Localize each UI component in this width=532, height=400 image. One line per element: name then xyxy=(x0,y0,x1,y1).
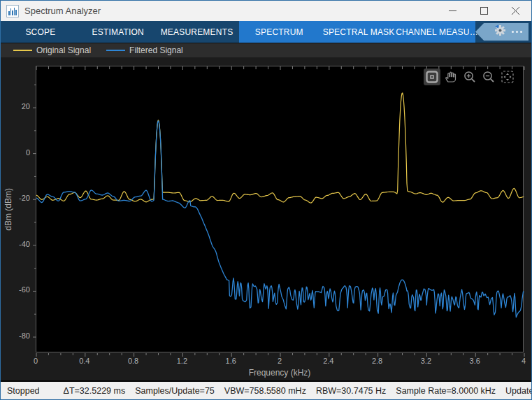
window-title: Spectrum Analyzer xyxy=(24,6,101,16)
filtered-signal-line-swatch xyxy=(106,50,125,51)
legend-label: Filtered Signal xyxy=(129,45,183,55)
samples-per-update-readout: Samples/Update=75 xyxy=(135,386,215,396)
maximize-button[interactable] xyxy=(468,1,500,21)
x-tick-label: 2 xyxy=(268,357,292,365)
tab-spectral-mask[interactable]: SPECTRAL MASK xyxy=(319,21,398,43)
title-bar: Spectrum Analyzer xyxy=(1,1,531,21)
legend-label: Original Signal xyxy=(36,45,91,55)
run-state-label: Stopped xyxy=(7,386,40,396)
x-tick-label: 3.6 xyxy=(463,357,487,365)
maximize-axes-button[interactable] xyxy=(424,69,440,85)
autoscale-fit-button[interactable] xyxy=(499,69,516,85)
x-tick-label: 2.4 xyxy=(317,357,340,365)
x-tick-label: 4 xyxy=(512,357,532,365)
tab-measurements[interactable]: MEASUREMENTS xyxy=(156,21,238,43)
y-tick-label: -60 xyxy=(6,285,30,294)
x-axis-title: Frequency (kHz) xyxy=(36,368,524,378)
y-tick-label: -40 xyxy=(6,240,30,248)
y-tick-label: 0 xyxy=(6,148,30,157)
tab-estimation[interactable]: ESTIMATION xyxy=(80,21,156,43)
delta-t-readout: ΔT=32.5229 ms xyxy=(64,386,126,396)
close-button[interactable] xyxy=(500,1,531,21)
settings-gear-icon[interactable] xyxy=(494,24,506,39)
x-tick-label: 1.6 xyxy=(219,357,243,365)
x-tick-label: 0 xyxy=(24,357,48,365)
plot-toolbar xyxy=(424,69,516,85)
original-signal-line-swatch xyxy=(13,50,32,51)
y-tick-label: 20 xyxy=(6,102,30,110)
more-options-icon[interactable] xyxy=(512,31,522,33)
tab-scope[interactable]: SCOPE xyxy=(1,21,80,43)
x-tick-label: 0.8 xyxy=(122,357,145,365)
y-tick-label: -20 xyxy=(6,194,30,202)
original-signal-trace xyxy=(36,93,524,203)
status-bar: Stopped ΔT=32.5229 ms Samples/Update=75 … xyxy=(1,380,531,399)
tab-channel-measurements[interactable]: CHANNEL MEASU… xyxy=(398,21,475,43)
y-tick-label: -80 xyxy=(6,331,30,340)
x-tick-label: 3.2 xyxy=(414,357,438,365)
toolstrip: SCOPE ESTIMATION MEASUREMENTS SPECTRUM S… xyxy=(1,21,531,43)
pan-button[interactable] xyxy=(443,69,459,85)
vbw-readout: VBW=758.5580 mHz xyxy=(224,386,306,396)
x-tick-label: 0.4 xyxy=(73,357,96,365)
tab-spectrum[interactable]: SPECTRUM xyxy=(239,21,319,43)
legend-bar: Original Signal Filtered Signal xyxy=(1,43,531,57)
legend-item-original[interactable]: Original Signal xyxy=(13,45,91,55)
chart-area: dBm (dBm) Frequency (kHz) xyxy=(1,57,531,380)
plot-area[interactable] xyxy=(36,66,524,352)
zoom-in-button[interactable] xyxy=(461,69,478,85)
zoom-out-button[interactable] xyxy=(480,69,497,85)
toolstrip-collapse-arrow[interactable] xyxy=(475,23,529,41)
rbw-readout: RBW=30.7475 Hz xyxy=(316,386,386,396)
legend-item-filtered[interactable]: Filtered Signal xyxy=(106,45,183,55)
x-tick-label: 1.2 xyxy=(170,357,194,365)
updates-readout: Updates=1061 xyxy=(505,386,531,396)
x-tick-label: 2.8 xyxy=(366,357,389,365)
minimize-button[interactable] xyxy=(437,1,468,21)
filtered-signal-trace xyxy=(36,121,524,317)
app-icon xyxy=(6,5,19,17)
sample-rate-readout: Sample Rate=8.0000 kHz xyxy=(396,386,496,396)
spectrum-analyzer-window: Spectrum Analyzer SCOPE ESTIMATION MEASU… xyxy=(0,0,532,400)
